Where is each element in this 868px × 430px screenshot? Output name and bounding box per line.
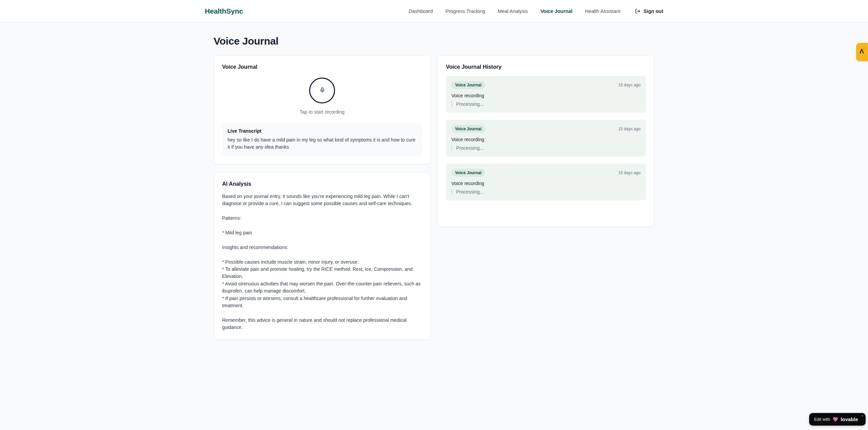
tap-to-record-hint: Tap to start recording: [300, 109, 345, 115]
entry-status: Processing...: [451, 145, 640, 151]
heart-icon: [833, 417, 838, 422]
logout-icon: [635, 9, 640, 14]
nav-item-dashboard[interactable]: Dashboard: [409, 9, 433, 14]
entry-timestamp: 15 days ago: [618, 83, 640, 87]
app-logo[interactable]: HealthSync: [205, 7, 243, 15]
sign-out-button[interactable]: Sign out: [635, 9, 663, 14]
sign-out-label: Sign out: [644, 9, 663, 14]
nav-item-progress-tracking[interactable]: Progress Tracking: [445, 9, 485, 14]
entry-summary: Voice recording: [451, 181, 640, 186]
entry-summary: Voice recording: [451, 137, 640, 142]
main-nav: Dashboard Progress Tracking Meal Analysi…: [409, 9, 663, 14]
main-content: Voice Journal Voice Journal: [214, 22, 654, 340]
voice-journal-history-card: Voice Journal History Voice Journal 15 d…: [437, 55, 654, 227]
nav-item-voice-journal[interactable]: Voice Journal: [540, 9, 572, 14]
ai-analysis-title: AI Analysis: [222, 181, 422, 187]
nav-item-meal-analysis[interactable]: Meal Analysis: [498, 9, 528, 14]
entry-timestamp: 15 days ago: [618, 170, 640, 175]
ai-analysis-card: AI Analysis Based on your journal entry,…: [214, 172, 431, 340]
record-button[interactable]: [309, 78, 335, 103]
entry-timestamp: 15 days ago: [618, 127, 640, 131]
top-navbar: HealthSync Dashboard Progress Tracking M…: [0, 0, 868, 22]
history-entry[interactable]: Voice Journal 15 days ago Voice recordin…: [446, 76, 646, 113]
entry-type-badge: Voice Journal: [451, 169, 485, 177]
ai-analysis-text: Based on your journal entry, it sounds l…: [222, 193, 422, 331]
side-extension-badge[interactable]: Λ: [856, 43, 868, 61]
edit-with-lovable-badge[interactable]: Edit with lovable ×: [809, 413, 866, 426]
history-entry[interactable]: Voice Journal 15 days ago Voice recordin…: [446, 120, 646, 156]
recorder-card-title: Voice Journal: [222, 64, 422, 70]
entry-status: Processing...: [451, 189, 640, 195]
page-title: Voice Journal: [214, 35, 654, 47]
live-transcript-box: Live Transcript hey so like I do have a …: [222, 123, 422, 156]
live-transcript-title: Live Transcript: [228, 128, 417, 134]
history-entry[interactable]: Voice Journal 15 days ago Voice recordin…: [446, 164, 646, 200]
entry-type-badge: Voice Journal: [451, 125, 485, 133]
lovable-brand-label: lovable: [841, 417, 858, 422]
microphone-icon: [319, 87, 325, 94]
entry-status: Processing...: [451, 101, 640, 107]
entry-type-badge: Voice Journal: [451, 81, 485, 89]
live-transcript-text: hey so like I do have a mild pain in my …: [228, 136, 417, 151]
entry-summary: Voice recording: [451, 93, 640, 98]
voice-recorder-card: Voice Journal Tap to start recording: [214, 55, 431, 164]
close-icon[interactable]: ×: [862, 414, 864, 418]
history-card-title: Voice Journal History: [446, 64, 646, 70]
history-list: Voice Journal 15 days ago Voice recordin…: [446, 76, 646, 200]
nav-item-health-assistant[interactable]: Health Assistant: [585, 9, 620, 14]
lovable-badge-prefix: Edit with: [814, 417, 830, 422]
extension-logo-icon: Λ: [859, 48, 864, 54]
